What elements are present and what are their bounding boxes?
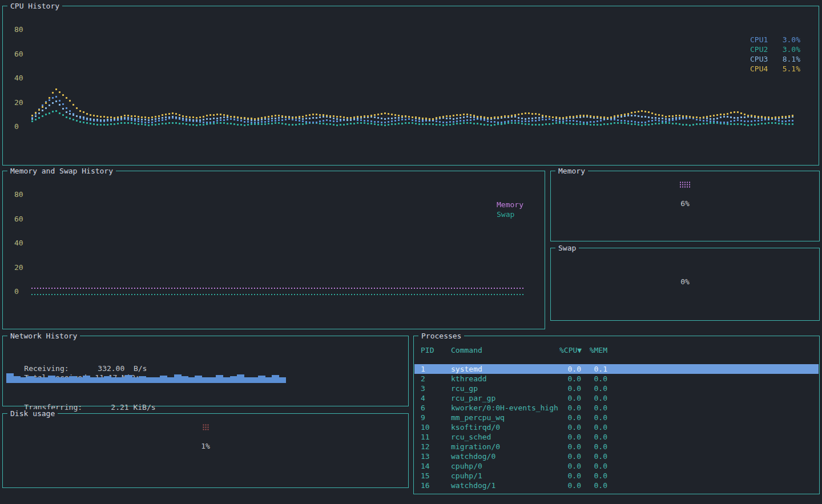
process-cell: cpuhp/1: [451, 471, 559, 481]
cpu-legend-item: CPU13.0%: [750, 35, 800, 45]
process-cell: 0.0: [581, 471, 607, 481]
process-cell: 10: [414, 422, 451, 432]
process-cell: 13: [414, 451, 451, 461]
process-cell: migration/0: [451, 442, 559, 451]
column-header-mem[interactable]: %MEM: [581, 345, 607, 355]
process-cell: mm_percpu_wq: [451, 413, 559, 422]
memory-swap-history-title: Memory and Swap History: [7, 167, 116, 175]
process-cell: 6: [414, 403, 451, 413]
memory-pie-icon: [680, 182, 690, 188]
process-cell: rcu_gp: [451, 384, 559, 393]
process-cell: 0.0: [559, 461, 581, 471]
cpu-history-panel: CPU History 806040200 CPU13.0%CPU23.0%CP…: [2, 6, 819, 166]
process-cell: rcu_par_gp: [451, 393, 559, 403]
process-cell: 0.0: [559, 403, 581, 413]
network-history-title: Network History: [7, 332, 80, 340]
process-cell: 0.0: [581, 384, 607, 393]
process-row[interactable]: 13watchdog/00.00.0: [414, 451, 819, 461]
process-row[interactable]: 12migration/00.00.0: [414, 442, 819, 451]
y-axis-tick: 40: [14, 239, 23, 248]
process-cell: 0.1: [581, 364, 607, 374]
process-cell: 0.0: [581, 481, 607, 490]
process-cell: 0.0: [559, 481, 581, 490]
memory-panel: Memory 6%: [550, 171, 820, 241]
network-history-panel: Network History Receiving:332.00 B/s Tot…: [2, 336, 409, 406]
process-cell: 0.0: [559, 364, 581, 374]
memory-swap-legend: MemorySwap: [497, 200, 523, 219]
cpu-legend-item: CPU38.1%: [750, 54, 800, 64]
process-cell: 4: [414, 393, 451, 403]
process-cell: cpuhp/0: [451, 461, 559, 471]
process-row[interactable]: 1systemd0.00.1: [414, 364, 819, 374]
process-cell: watchdog/1: [451, 481, 559, 490]
memory-percent: 6%: [680, 199, 690, 208]
process-cell: 0.0: [559, 393, 581, 403]
process-cell: 2: [414, 374, 451, 384]
cpu-legend: CPU13.0%CPU23.0%CPU38.1%CPU45.1%: [750, 35, 800, 74]
disk-pie-icon: [202, 424, 209, 430]
legend-name: CPU2: [750, 45, 768, 54]
process-cell: 0.0: [559, 432, 581, 442]
process-row[interactable]: 10ksoftirqd/00.00.0: [414, 422, 819, 432]
process-row[interactable]: 14cpuhp/00.00.0: [414, 461, 819, 471]
process-cell: 0.0: [581, 413, 607, 422]
disk-percent: 1%: [201, 442, 210, 450]
process-cell: 15: [414, 471, 451, 481]
column-header-cpu[interactable]: %CPU▼: [559, 345, 581, 355]
y-axis-tick: 0: [14, 122, 19, 131]
cpu-history-title: CPU History: [7, 2, 62, 10]
process-cell: 0.0: [559, 471, 581, 481]
process-cell: 0.0: [559, 451, 581, 461]
memory-swap-legend-item: Swap: [497, 209, 523, 219]
process-cell: 0.0: [559, 384, 581, 393]
process-row[interactable]: 2kthreadd0.00.0: [414, 374, 819, 384]
disk-usage-title: Disk usage: [7, 409, 58, 418]
process-cell: 0.0: [581, 442, 607, 451]
column-header-command[interactable]: Command: [451, 345, 559, 355]
legend-value: 8.1%: [783, 54, 800, 64]
process-cell: 14: [414, 461, 451, 471]
process-cell: 0.0: [559, 442, 581, 451]
process-row[interactable]: 16watchdog/10.00.0: [414, 481, 819, 490]
memory-swap-legend-item: Memory: [497, 200, 523, 209]
process-row[interactable]: 15cpuhp/10.00.0: [414, 471, 819, 481]
process-cell: 0.0: [559, 374, 581, 384]
process-cell: 0.0: [581, 403, 607, 413]
process-cell: ksoftirqd/0: [451, 422, 559, 432]
y-axis-tick: 20: [14, 263, 23, 272]
process-table-header: PID Command %CPU▼ %MEM: [414, 345, 819, 355]
process-cell: 3: [414, 384, 451, 393]
memory-swap-history-panel: Memory and Swap History 806040200 Memory…: [2, 171, 545, 329]
process-cell: 0.0: [581, 393, 607, 403]
column-header-pid[interactable]: PID: [414, 345, 451, 355]
cpu-legend-item: CPU45.1%: [750, 64, 800, 74]
y-axis-tick: 60: [14, 50, 23, 59]
cpu-history-chart: [31, 18, 796, 135]
process-cell: rcu_sched: [451, 432, 559, 442]
processes-title: Processes: [418, 332, 464, 340]
process-cell: 1: [414, 364, 451, 374]
process-cell: 11: [414, 432, 451, 442]
process-cell: 0.0: [581, 461, 607, 471]
swap-panel: Swap 0%: [550, 248, 820, 321]
process-cell: 9: [414, 413, 451, 422]
y-axis-tick: 20: [14, 98, 23, 107]
process-cell: 0.0: [581, 432, 607, 442]
legend-name: CPU3: [750, 54, 768, 64]
process-cell: systemd: [451, 364, 559, 374]
process-row[interactable]: 4rcu_par_gp0.00.0: [414, 393, 819, 403]
process-row[interactable]: 11rcu_sched0.00.0: [414, 432, 819, 442]
process-cell: 0.0: [559, 413, 581, 422]
process-row[interactable]: 3rcu_gp0.00.0: [414, 384, 819, 393]
legend-name: CPU4: [750, 64, 768, 74]
y-axis-tick: 80: [14, 25, 23, 34]
process-cell: 0.0: [581, 451, 607, 461]
legend-value: 3.0%: [783, 35, 800, 45]
swap-title: Swap: [555, 244, 579, 252]
process-cell: kthreadd: [451, 374, 559, 384]
memory-swap-history-chart: [31, 183, 523, 303]
legend-value: 5.1%: [783, 64, 800, 74]
swap-percent: 0%: [680, 277, 690, 286]
process-row[interactable]: 9mm_percpu_wq0.00.0: [414, 413, 819, 422]
process-row[interactable]: 6kworker/0:0H-events_high0.00.0: [414, 403, 819, 413]
